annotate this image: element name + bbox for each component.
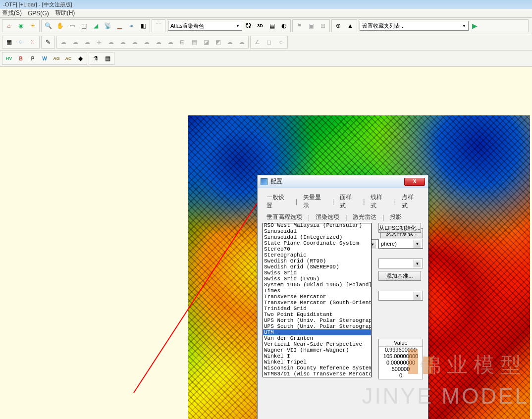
cloud6-icon[interactable]: ☁: [129, 37, 140, 48]
projection-option[interactable]: Wagner VII (Hammer-Wagner): [263, 347, 371, 353]
projection-option[interactable]: Wisconsin County Reference System: [263, 365, 371, 371]
unit-combo[interactable]: ▼: [378, 291, 423, 301]
cloud10-icon[interactable]: ☁: [224, 37, 235, 48]
ac-icon[interactable]: AC: [63, 53, 74, 64]
projection-option[interactable]: WTM83/91 (Wisc Transverse Mercator): [263, 371, 371, 377]
projection-option[interactable]: System 1965 (Uklad 1965) [Poland]: [263, 282, 371, 288]
epsg-init-button[interactable]: 从EPSG初始化...: [378, 223, 421, 233]
tab-area[interactable]: 面样式: [336, 192, 361, 211]
grid-icon[interactable]: ▦: [3, 37, 14, 48]
antenna-icon[interactable]: 📡: [102, 20, 113, 31]
filter-icon[interactable]: ⚗: [90, 53, 101, 64]
tools-icon[interactable]: ◧: [138, 20, 149, 31]
cloud3-icon[interactable]: ☁: [82, 37, 93, 48]
view1-icon[interactable]: ◪: [201, 37, 212, 48]
3d-icon[interactable]: 3D: [255, 20, 266, 31]
projection-option[interactable]: Winkel Tripel: [263, 359, 371, 365]
cloud4-icon[interactable]: ☁: [106, 37, 116, 48]
play-icon[interactable]: ▶: [469, 20, 480, 31]
cloud2-icon[interactable]: ☁: [70, 37, 81, 48]
projection-option[interactable]: Trinidad Grid: [263, 306, 371, 312]
wand-icon[interactable]: ⚹: [94, 37, 105, 48]
projection-option[interactable]: Sinusoidal (Integerized): [263, 234, 371, 240]
menu-help[interactable]: 帮助(H): [55, 9, 75, 17]
projection-option[interactable]: UTM: [263, 329, 371, 335]
projection-option[interactable]: Vertical Near-Side Perspective: [263, 341, 371, 347]
segment-icon[interactable]: ⊟: [177, 37, 188, 48]
hv-icon[interactable]: HV: [3, 53, 14, 64]
sun-icon[interactable]: ☀: [27, 20, 38, 31]
slope-icon[interactable]: ◢: [90, 20, 101, 31]
target-icon[interactable]: ⊕: [333, 20, 344, 31]
projection-option[interactable]: UPS South (Univ. Polar Stereographic): [263, 323, 371, 329]
projection-option[interactable]: UPS North (Univ. Polar Stereographic): [263, 317, 371, 323]
cloud1-icon[interactable]: ☁: [58, 37, 69, 48]
tab-general[interactable]: 一般设置: [263, 192, 294, 211]
flag-icon[interactable]: ⚑: [294, 20, 305, 31]
render-mode-combo[interactable]: Atlas渲染着色▼: [168, 21, 242, 31]
scatter-icon[interactable]: ⁙: [27, 37, 38, 48]
projection-option[interactable]: State Plane Coordinate System: [263, 240, 371, 246]
tab-elevation[interactable]: 垂直高程选项: [263, 212, 306, 222]
angle-icon[interactable]: ∠: [252, 37, 263, 48]
projection-option[interactable]: Stereo70: [263, 246, 371, 252]
kite-icon[interactable]: ◆: [75, 53, 86, 64]
circle-icon[interactable]: ○: [275, 37, 286, 48]
tab-projection[interactable]: 投影: [386, 212, 406, 222]
menu-find[interactable]: 查找(S): [2, 9, 22, 17]
points-icon[interactable]: ⁘: [15, 37, 26, 48]
cloud7-icon[interactable]: ☁: [141, 37, 152, 48]
cloud5-icon[interactable]: ☁: [117, 37, 128, 48]
chart-icon[interactable]: ▁: [114, 20, 125, 31]
view2-icon[interactable]: ◩: [213, 37, 223, 48]
cloud8-icon[interactable]: ☁: [153, 37, 164, 48]
pan-icon[interactable]: ✋: [54, 20, 65, 31]
w-icon[interactable]: W: [39, 53, 50, 64]
square-icon[interactable]: ◻: [264, 37, 274, 48]
extent-icon[interactable]: ▭: [66, 20, 77, 31]
projection-option[interactable]: Transverse Mercator (South-Oriented): [263, 300, 371, 306]
tab-line[interactable]: 线样式: [367, 192, 392, 211]
tab-lidar[interactable]: 激光雷达: [349, 212, 380, 222]
projection-option[interactable]: Winkel I: [263, 353, 371, 359]
favorites-combo[interactable]: 设置收藏夹列表...▼: [360, 21, 469, 31]
tab-render[interactable]: 渲染选项: [312, 212, 343, 222]
pencil-icon[interactable]: ✎: [43, 37, 53, 48]
globe-icon[interactable]: ◉: [15, 20, 26, 31]
ag-icon[interactable]: AG: [51, 53, 62, 64]
road-icon[interactable]: ⌒: [153, 20, 164, 31]
sphere-icon[interactable]: ◐: [278, 20, 289, 31]
refresh-icon[interactable]: 🗘: [243, 20, 254, 31]
selection-icon[interactable]: ◫: [78, 20, 89, 31]
p-icon[interactable]: P: [27, 53, 38, 64]
datum-combo[interactable]: ▼: [378, 259, 423, 268]
layer3d-icon[interactable]: ▤: [266, 20, 277, 31]
projection-option[interactable]: Swiss Grid (LV95): [263, 276, 371, 282]
cloud11-icon[interactable]: ☁: [236, 37, 247, 48]
menu-gps[interactable]: GPS(G): [28, 10, 49, 17]
tab-point[interactable]: 点样式: [398, 192, 423, 211]
projection-option[interactable]: Sinusoidal: [263, 228, 371, 234]
zoom-in-icon[interactable]: 🔍: [43, 20, 53, 31]
projection-option[interactable]: Swiss Grid: [263, 270, 371, 276]
projection-option[interactable]: Swedish Grid (SWEREF99): [263, 264, 371, 270]
layers-icon[interactable]: ▤: [189, 37, 200, 48]
projection-option[interactable]: Van der Grinten: [263, 335, 371, 341]
projection-dropdown-list[interactable]: RSO East Malaysia (Borneo)RSO West Malay…: [263, 223, 372, 377]
projection-option[interactable]: Swedish Grid (RT90): [263, 258, 371, 264]
water-icon[interactable]: ≈: [126, 20, 137, 31]
palette-icon[interactable]: ▦: [102, 53, 113, 64]
tab-vector[interactable]: 矢量显示: [299, 192, 330, 211]
browser-icon[interactable]: ▣: [306, 20, 317, 31]
projection-option[interactable]: Two Point Equidistant: [263, 312, 371, 317]
tree-icon[interactable]: ⊞: [318, 20, 328, 31]
projection-option[interactable]: RSO West Malaysia (Peninsular): [263, 223, 371, 228]
north-icon[interactable]: ▲: [345, 20, 356, 31]
add-datum-button[interactable]: 添加基准...: [378, 271, 421, 281]
cloud9-icon[interactable]: ☁: [165, 37, 176, 48]
b-icon[interactable]: B: [15, 53, 26, 64]
projection-option[interactable]: Stereographic: [263, 252, 371, 258]
close-icon[interactable]: X: [404, 178, 425, 186]
home-icon[interactable]: ⌂: [3, 20, 14, 31]
projection-option[interactable]: Times: [263, 288, 371, 294]
